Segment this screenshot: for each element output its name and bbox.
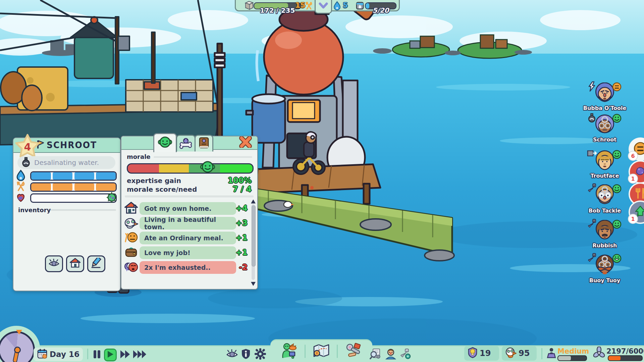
roster-name: Schroot bbox=[583, 137, 627, 142]
morale-modifier-row: 2x I'm exhausted.. -2 bbox=[124, 261, 254, 274]
tab-log[interactable] bbox=[195, 135, 213, 152]
scroll-up-arrow[interactable] bbox=[251, 199, 256, 203]
tab-morale[interactable] bbox=[153, 133, 177, 152]
home-button[interactable] bbox=[66, 255, 84, 272]
play-button[interactable] bbox=[104, 349, 117, 361]
saw-gear-icon bbox=[399, 348, 411, 361]
water-droplet-icon bbox=[15, 170, 26, 182]
morale-marker-icon[interactable] bbox=[200, 160, 215, 175]
scrap-bar bbox=[608, 355, 643, 361]
eye-icon bbox=[48, 259, 60, 269]
morale-bar bbox=[127, 163, 254, 174]
statue-icon bbox=[546, 347, 557, 360]
morale-modifier-value: +3 bbox=[236, 219, 248, 227]
character-name: SCHROOT bbox=[47, 140, 97, 150]
food-count: 15 bbox=[295, 1, 306, 9]
scrollbar-thumb[interactable] bbox=[252, 205, 256, 266]
fast-forward-button[interactable] bbox=[119, 349, 131, 361]
morale-modifier-text: Living in a beautiful town. bbox=[140, 217, 236, 230]
bone-icon bbox=[179, 137, 193, 151]
morale-modifier-value: +4 bbox=[236, 204, 248, 213]
roster-entry-bubba[interactable]: Bubba O'Toole bbox=[583, 82, 627, 111]
happy-face-icon bbox=[612, 149, 622, 161]
day-label: Day 16 bbox=[50, 350, 79, 359]
happy-face-icon bbox=[612, 184, 622, 195]
roster-name: Rubbish bbox=[583, 243, 627, 248]
info-shield-icon bbox=[241, 348, 251, 361]
roster-entry-buoy-tuoy[interactable]: Buoy Tuoy bbox=[583, 254, 627, 283]
divider bbox=[305, 345, 306, 358]
character-panel: SCHROOT 4 Desalinating water. bbox=[13, 137, 121, 291]
scroll-down-arrow[interactable] bbox=[251, 282, 256, 286]
roster-entry-troutface[interactable]: Troutface bbox=[583, 150, 627, 179]
town-level-bar bbox=[557, 355, 587, 361]
fresh-water-count: 5 bbox=[343, 1, 348, 9]
close-x-icon bbox=[239, 136, 252, 149]
alert-count-badge: 1 bbox=[628, 174, 638, 184]
expertise-label: expertise gain bbox=[127, 177, 181, 185]
morale-panel: morale expertise gain 100% morale score/… bbox=[121, 136, 258, 290]
propeller-icon bbox=[593, 347, 605, 361]
settings-button[interactable] bbox=[254, 349, 267, 361]
build-tools-icon bbox=[344, 343, 363, 360]
morale-divider bbox=[154, 156, 252, 158]
day-counter: Day 16 bbox=[34, 348, 83, 361]
pencil-icon bbox=[91, 258, 102, 270]
build-menu-button[interactable] bbox=[343, 343, 364, 360]
clock-center-pin bbox=[14, 347, 21, 353]
research-overlay-button[interactable] bbox=[369, 349, 382, 361]
drifters-menu-button[interactable] bbox=[279, 343, 299, 360]
roster-entry-rubbish[interactable]: Rubbish bbox=[583, 220, 627, 248]
crate-icon bbox=[244, 0, 254, 12]
saw-icon bbox=[587, 253, 597, 264]
morale-modifier-row: Ate an Ordinary meal. +1 bbox=[124, 232, 254, 244]
drifter-fish-icon bbox=[280, 343, 298, 360]
close-button[interactable] bbox=[238, 137, 253, 148]
list-divider bbox=[125, 195, 254, 197]
pause-icon bbox=[93, 350, 101, 360]
follow-button[interactable] bbox=[45, 255, 63, 272]
roster-name: Troutface bbox=[583, 173, 627, 179]
town-level-label: Medium bbox=[557, 347, 589, 355]
heart-icon bbox=[15, 192, 26, 204]
info-button[interactable] bbox=[240, 349, 252, 361]
inventory-divider bbox=[50, 209, 116, 211]
tab-work[interactable] bbox=[176, 135, 196, 152]
modifier-scrollbar[interactable] bbox=[251, 199, 256, 286]
morale-modifier-row: Got my own home. +4 bbox=[124, 202, 254, 215]
morale-modifier-text: Love my job! bbox=[140, 246, 236, 259]
calendar-icon bbox=[37, 348, 48, 360]
visibility-button[interactable] bbox=[225, 349, 239, 360]
house-icon bbox=[69, 258, 81, 270]
seagulls-count: 95 bbox=[519, 349, 530, 358]
seagull-icon bbox=[124, 216, 138, 231]
game-screen: 172 / 235 15 5 5/20 bbox=[0, 0, 644, 362]
fastest-forward-icon bbox=[132, 350, 147, 360]
alert-count-badge: 6 bbox=[628, 151, 638, 161]
drifter-overview-button[interactable] bbox=[384, 349, 397, 361]
crafting-overlay-button[interactable] bbox=[398, 349, 412, 361]
flask-icon bbox=[21, 157, 31, 169]
flower bbox=[310, 186, 314, 189]
divider bbox=[87, 349, 88, 359]
rename-button[interactable] bbox=[87, 255, 105, 272]
water-tank-icon bbox=[355, 0, 365, 12]
clock-top-marker bbox=[16, 330, 22, 335]
happy-face-icon bbox=[612, 113, 622, 125]
fastest-forward-button[interactable] bbox=[132, 349, 148, 361]
utensils-icon bbox=[15, 181, 26, 193]
map-menu-button[interactable] bbox=[311, 343, 331, 360]
lightning-icon bbox=[587, 81, 596, 93]
roster-name: Bob Tackle bbox=[583, 208, 627, 214]
roster-entry-bob-tackle[interactable]: Bob Tackle bbox=[583, 184, 627, 214]
morale-modifier-value: +1 bbox=[236, 233, 248, 242]
chevron-down-icon bbox=[318, 1, 329, 11]
sleepy-face-icon bbox=[124, 260, 138, 275]
saw-icon bbox=[587, 183, 597, 194]
pause-button[interactable] bbox=[92, 349, 102, 361]
food-stat-row bbox=[15, 182, 117, 192]
germ-icon bbox=[105, 191, 118, 205]
water-pour bbox=[257, 50, 258, 81]
roster-entry-schroot[interactable]: Schroot bbox=[583, 114, 627, 142]
hud-collapse-button[interactable] bbox=[315, 0, 332, 14]
